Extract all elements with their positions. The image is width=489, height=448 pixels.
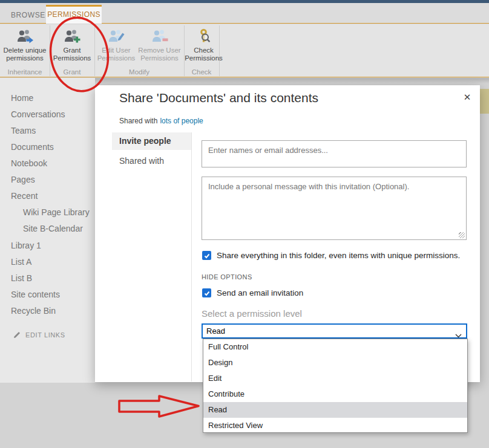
option-full-control[interactable]: Full Control <box>203 339 467 355</box>
checkmark-icon <box>203 290 211 297</box>
share-everything-checkbox[interactable] <box>202 251 211 260</box>
sidebar-item-pages[interactable]: Pages <box>11 175 35 187</box>
check-permissions-button[interactable]: Check Permissions <box>183 25 225 65</box>
sidebar-item-site-b-calendar[interactable]: Site B-Calendar <box>23 224 83 236</box>
names-input-wrapper <box>202 140 467 167</box>
ribbon-button-label: Check Permissions <box>183 47 225 62</box>
tab-browse[interactable]: BROWSE <box>11 11 45 19</box>
option-edit[interactable]: Edit <box>203 371 467 386</box>
shared-with-line: Shared withlots of people <box>119 117 203 125</box>
sidebar-item-conversations[interactable]: Conversations <box>11 109 65 122</box>
ribbon-group-inheritance: Inheritance <box>0 68 50 76</box>
background-tan-block <box>480 89 489 114</box>
hide-options-link[interactable]: HIDE OPTIONS <box>202 273 252 281</box>
ribbon-button-label: Delete unique permissions <box>1 47 49 62</box>
message-input-wrapper <box>202 177 467 240</box>
ribbon: Delete unique permissions Grant Permissi… <box>0 24 489 77</box>
sharepoint-permissions-page: BROWSE PERMISSIONS Delete unique permiss… <box>0 0 489 448</box>
check-permissions-icon <box>194 28 214 46</box>
sidebar-item-list-b[interactable]: List B <box>11 273 32 285</box>
tab-permissions[interactable]: PERMISSIONS <box>46 5 102 24</box>
shared-with-link[interactable]: lots of people <box>160 117 203 125</box>
edit-links-button[interactable]: EDIT LINKS <box>13 331 65 340</box>
delete-unique-permissions-icon <box>15 28 34 46</box>
send-email-checkbox[interactable] <box>202 288 211 297</box>
dialog-tab-invite-people[interactable]: Invite people <box>112 132 191 150</box>
grant-permissions-icon <box>62 28 82 46</box>
edit-user-permissions-icon <box>107 28 126 46</box>
ribbon-group-modify: Modify <box>94 68 184 76</box>
sidebar-item-recycle-bin[interactable]: Recycle Bin <box>11 306 56 318</box>
personal-message-input[interactable] <box>202 177 467 240</box>
delete-unique-permissions-button[interactable]: Delete unique permissions <box>1 25 49 65</box>
sidebar-item-documents[interactable]: Documents <box>11 142 54 154</box>
share-everything-label: Share everything in this folder, even it… <box>217 251 460 261</box>
sidebar-item-site-contents[interactable]: Site contents <box>11 290 60 302</box>
checkmark-icon <box>203 252 211 259</box>
ribbon-button-label: Grant Permissions <box>51 47 93 62</box>
permission-level-select[interactable]: Read <box>202 323 467 339</box>
shared-with-prefix: Shared with <box>119 117 157 125</box>
permission-select-value: Read <box>206 326 225 336</box>
send-email-label: Send an email invitation <box>217 288 303 298</box>
annotation-arrow-read <box>119 396 199 417</box>
names-input[interactable] <box>202 140 467 167</box>
permission-dropdown-list: Full Control Design Edit Contribute Read… <box>203 339 468 433</box>
share-everything-row: Share everything in this folder, even it… <box>202 251 460 261</box>
close-icon[interactable]: ✕ <box>461 91 473 103</box>
sidebar-item-teams[interactable]: Teams <box>11 126 36 138</box>
ribbon-button-label: Remove User Permissions <box>137 47 182 62</box>
option-design[interactable]: Design <box>203 355 467 371</box>
grant-permissions-button[interactable]: Grant Permissions <box>51 25 93 65</box>
option-restricted-view[interactable]: Restricted View <box>203 418 467 433</box>
edit-links-label: EDIT LINKS <box>25 331 65 339</box>
sidebar-item-notebook[interactable]: Notebook <box>11 158 47 170</box>
ribbon-group-grant: Grant <box>50 68 94 76</box>
option-contribute[interactable]: Contribute <box>203 386 467 402</box>
dialog-nav-divider <box>191 132 192 381</box>
sidebar-nav: Home Conversations Teams Documents Noteb… <box>0 78 95 383</box>
remove-user-permissions-button[interactable]: Remove User Permissions <box>137 25 182 65</box>
resize-grip[interactable] <box>459 232 465 238</box>
send-email-row: Send an email invitation <box>202 288 303 298</box>
pencil-icon <box>13 331 21 340</box>
remove-user-permissions-icon <box>150 28 169 46</box>
option-read[interactable]: Read <box>203 402 467 418</box>
edit-user-permissions-button[interactable]: Edit User Permissions <box>95 25 137 65</box>
dialog-title: Share 'Documents' and its contents <box>119 91 318 105</box>
ribbon-tab-strip: BROWSE PERMISSIONS <box>0 3 489 24</box>
sidebar-item-list-a[interactable]: List A <box>11 257 31 269</box>
share-dialog: Share 'Documents' and its contents ✕ Sha… <box>95 85 480 382</box>
sidebar-item-wiki-page-library[interactable]: Wiki Page Library <box>23 207 90 219</box>
sidebar-item-recent[interactable]: Recent <box>11 191 38 203</box>
ribbon-button-label: Edit User Permissions <box>95 47 137 62</box>
permission-level-label: Select a permission level <box>202 308 302 319</box>
sidebar-item-libray-1[interactable]: Libray 1 <box>11 241 41 253</box>
sidebar-item-home[interactable]: Home <box>11 93 33 105</box>
ribbon-group-check: Check <box>184 68 219 76</box>
dialog-tab-shared-with[interactable]: Shared with <box>112 154 191 167</box>
